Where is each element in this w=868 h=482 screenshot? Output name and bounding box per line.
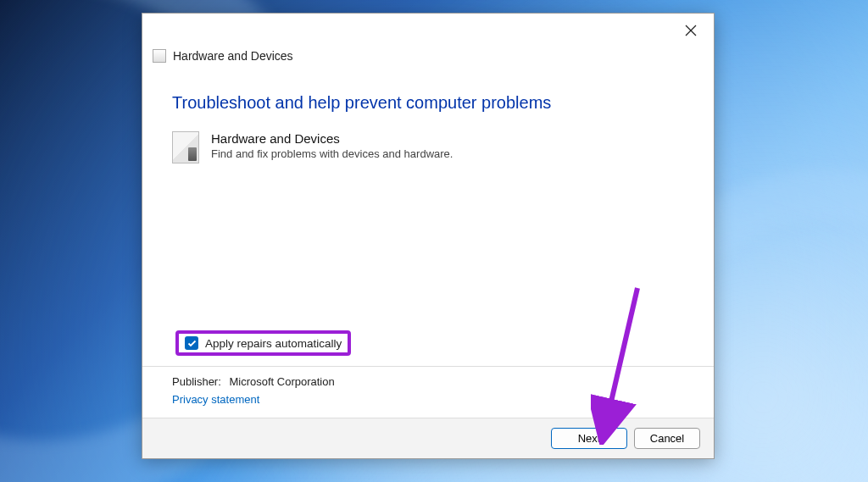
checkmark-icon — [187, 339, 197, 348]
next-button[interactable]: Next — [551, 428, 627, 449]
privacy-statement-link[interactable]: Privacy statement — [172, 393, 684, 406]
troubleshooter-text: Hardware and Devices Find and fix proble… — [211, 131, 453, 160]
auto-repair-label: Apply repairs automatically — [205, 337, 342, 350]
troubleshooter-name: Hardware and Devices — [211, 131, 453, 146]
separator — [142, 366, 714, 367]
troubleshooter-dialog: Hardware and Devices Troubleshoot and he… — [142, 13, 715, 459]
hardware-icon — [172, 131, 199, 163]
publisher-info: Publisher: Microsoft Corporation — [172, 375, 684, 388]
auto-repair-checkbox[interactable] — [185, 336, 198, 350]
cancel-button[interactable]: Cancel — [634, 428, 700, 449]
dialog-title-row: Hardware and Devices — [142, 47, 714, 71]
close-icon — [685, 25, 697, 36]
troubleshooter-description: Find and fix problems with devices and h… — [211, 147, 453, 160]
dialog-title: Hardware and Devices — [173, 49, 293, 63]
dialog-footer: Next Cancel — [142, 418, 714, 458]
dialog-content: Troubleshoot and help prevent computer p… — [142, 71, 714, 418]
troubleshooter-info: Hardware and Devices Find and fix proble… — [172, 131, 684, 163]
publisher-label: Publisher: — [172, 375, 221, 388]
main-heading: Troubleshoot and help prevent computer p… — [172, 93, 684, 113]
dialog-titlebar — [142, 14, 714, 47]
dialog-title-icon — [153, 49, 166, 63]
close-button[interactable] — [678, 18, 704, 43]
publisher-name: Microsoft Corporation — [229, 375, 334, 388]
annotation-highlight: Apply repairs automatically — [175, 330, 351, 356]
auto-repair-row: Apply repairs automatically — [172, 325, 684, 361]
